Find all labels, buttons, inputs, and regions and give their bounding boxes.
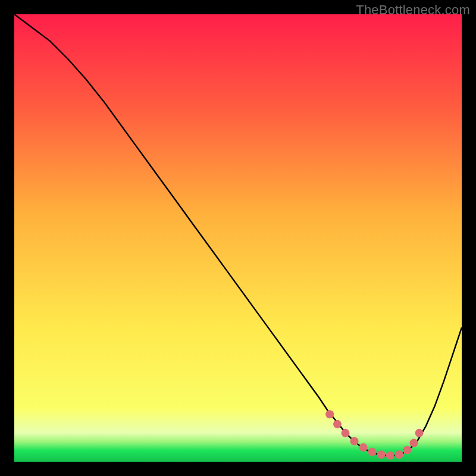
- optimal-marker: [368, 447, 377, 456]
- optimal-marker: [395, 450, 403, 459]
- optimal-marker: [350, 437, 359, 445]
- optimal-marker: [403, 446, 411, 454]
- optimal-marker: [377, 450, 386, 459]
- optimal-marker: [325, 410, 334, 418]
- optimal-marker: [415, 429, 424, 437]
- bottleneck-plot: [14, 14, 462, 462]
- optimal-marker: [341, 429, 349, 437]
- optimal-marker: [359, 443, 368, 452]
- chart-frame: [14, 14, 462, 462]
- optimal-marker: [386, 451, 394, 459]
- heatmap-gradient: [14, 14, 462, 462]
- optimal-marker: [410, 439, 418, 447]
- watermark-text: TheBottleneck.com: [356, 2, 470, 18]
- optimal-marker: [333, 420, 342, 428]
